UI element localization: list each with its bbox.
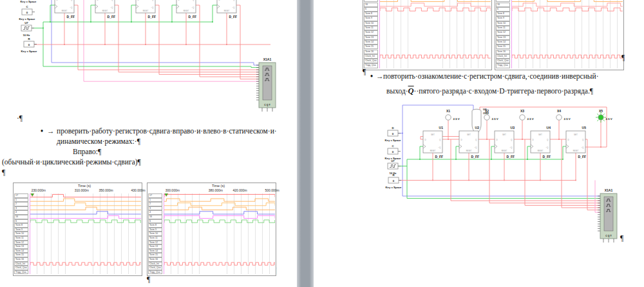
waveform-trace-16: [164, 215, 275, 218]
dff-nq-pin-label: ~Q: [438, 146, 441, 149]
dff-type-label: D_FF: [229, 15, 238, 19]
dff-component: SETDQ~QRESETD_FF: [176, 0, 196, 19]
dff-reset-pin-label: RESET: [430, 150, 436, 152]
document-page-left[interactable]: SETDQ~QRESETD_FFSETDQ~QRESETD_FFSETDQ~QR…: [0, 0, 297, 287]
paragraph-line[interactable]: (обычный·и·циклический·режимы·сдвига)¶: [2, 158, 141, 166]
document-canvas: { "colors": { "divider": "#99a0a8", "wir…: [0, 0, 644, 287]
space-paragraph-mark: ·¶: [17, 114, 23, 122]
channel-label: Term 12: [14, 241, 28, 245]
dff-component: SETDQ~QRESETD_FF: [217, 0, 237, 19]
key-switch-component[interactable]: D0Key = Space: [385, 126, 401, 142]
channel-label: Term 9: [148, 228, 162, 232]
schematic-shift-register-left[interactable]: SETDQ~QRESETD_FFSETDQ~QRESETD_FFSETDQ~QR…: [0, 0, 297, 119]
channel-label: Term 8: [148, 223, 162, 228]
waveform-trace-6: [30, 220, 141, 223]
channel-label: Term 15: [148, 253, 162, 257]
probe-lamp-icon: [598, 115, 603, 120]
dff-type-label: D_FF: [543, 155, 551, 159]
waveform-trace-1: [30, 199, 141, 201]
probe-lamp-icon: [484, 115, 489, 120]
pilcrow-mark: ¶: [621, 54, 625, 61]
logic-analyzer-component[interactable]: X1A1C Q T: [256, 57, 276, 112]
channel-label: Clock_Int: [148, 262, 162, 266]
control-ref-label: C: [392, 144, 394, 148]
dff-set-pin-label: SET: [538, 134, 542, 136]
line-part: выход·: [386, 87, 408, 95]
dff-nq-pin-label: ~Q: [191, 6, 194, 9]
analyzer-screen: [263, 66, 272, 100]
channel-label: 3: [148, 206, 162, 211]
channel-label: 1: [148, 198, 162, 203]
channel-label: Term 15: [14, 253, 28, 257]
page-divider: [297, 0, 314, 287]
voltage-probe: X12.5 V: [446, 109, 460, 121]
dff-type-label: D_FF: [507, 155, 515, 159]
channel-label: 4: [14, 210, 28, 215]
waveform-panel-shift-right-2[interactable]: Time (s)300.000m380.000m420.000m500.000m…: [147, 183, 276, 276]
channel-label: 16: [148, 215, 162, 219]
dff-type-label: D_FF: [189, 15, 197, 19]
dff-component: SETDQ~QRESETD_FF: [55, 0, 75, 19]
waveform-panel-shift-right-1[interactable]: Time (s)230.000m310.000m350.000m430.000m…: [13, 183, 142, 276]
paragraph-line[interactable]: Вправо:¶: [73, 148, 101, 155]
analyzer-ref-label: X1A1: [605, 188, 613, 192]
trigger-marker-icon: [165, 193, 169, 197]
trigger-marker-icon: [31, 193, 35, 197]
dff-component: SETDQ~QRESETU1D_FF: [423, 126, 443, 159]
key-switch-component[interactable]: R0Key = Space: [21, 37, 37, 53]
probe-ref-label: X3: [520, 109, 524, 113]
pilcrow-mark: ¶: [2, 168, 5, 176]
channel-label: Term 11: [148, 236, 162, 241]
bullet-marker: •: [370, 72, 373, 80]
dff-set-pin-label: SET: [431, 134, 435, 136]
bullet-marker: •: [41, 127, 43, 135]
channel-label: Trigg_Qua: [14, 270, 28, 275]
clock-source-component[interactable]: U710 Hz: [21, 21, 34, 37]
logic-analyzer-component[interactable]: X1A1C Q T: [598, 188, 617, 243]
q-inverse-symbol: Q: [408, 86, 414, 95]
channel-label: Clock_Qua: [14, 266, 28, 270]
dff-set-pin-label: SET: [574, 134, 578, 136]
dff-reset-pin-label: RESET: [102, 10, 108, 12]
document-page-right[interactable]: 171234166Term 8Term 9Term 10Term 11Term …: [314, 0, 644, 287]
probe-lamp-icon: [446, 115, 451, 120]
dff-nq-pin-label: ~Q: [232, 6, 235, 9]
dff-type-label: D_FF: [67, 15, 75, 19]
pilcrow-mark: ¶: [620, 234, 623, 242]
channel-label: Term 10: [148, 232, 162, 236]
waveform-trace-6: [164, 220, 275, 223]
dff-type-label: D_FF: [148, 15, 156, 19]
tab-arrow-mark: →: [376, 72, 384, 80]
key-switch-component[interactable]: R0Key = Space: [386, 173, 402, 189]
probe-glow-ray: [603, 114, 605, 115]
schematic-shift-register-right[interactable]: U6 OR2 D0Key = Space C0Key = Space U710 …: [314, 0, 644, 287]
waveform-time-axis-title: Time (s): [29, 184, 140, 188]
paragraph-line[interactable]: выход·Q··пятого·разряда·с·входом·D·тригг…: [386, 86, 593, 96]
dff-ref-label: U2: [475, 126, 480, 130]
control-caption: Key = Space: [385, 139, 401, 142]
probe-glow-ray: [597, 120, 598, 121]
dff-type-label: D_FF: [435, 155, 444, 159]
dff-set-pin-label: SET: [467, 134, 471, 136]
dff-reset-pin-label: RESET: [184, 10, 189, 12]
paragraph-line[interactable]: проверить·работу·регистров·сдвига·вправо…: [57, 127, 277, 135]
probe-glow-ray: [597, 114, 598, 115]
or2-gate: [472, 109, 481, 134]
dff-type-label: D_FF: [578, 155, 587, 159]
dff-type-label: D_FF: [471, 155, 480, 159]
waveform-trace-2: [30, 203, 141, 206]
key-switch-component[interactable]: C0Key = Space: [385, 144, 401, 160]
channel-label: Term 13: [14, 244, 28, 249]
paragraph-line[interactable]: динамическом·режимах:·¶: [57, 137, 140, 145]
dff-component: SETDQ~QRESETD_FF: [95, 0, 115, 19]
waveform-trace-3: [30, 207, 141, 210]
dff-reset-pin-label: RESET: [62, 10, 68, 12]
time-tick-label: 500.000m: [265, 188, 279, 192]
dff-ref-label: U5: [582, 126, 587, 130]
channel-label: 1: [14, 198, 28, 203]
paragraph-line[interactable]: повторить·ознакомление·с·регистром·сдвиг…: [383, 72, 599, 80]
clock-source-component[interactable]: U710 Hz: [388, 159, 401, 175]
key-switch-component[interactable]: C0Key = Space: [19, 5, 35, 21]
dff-nq-pin-label: ~Q: [474, 146, 477, 149]
control-ref-label: U7: [391, 159, 395, 163]
